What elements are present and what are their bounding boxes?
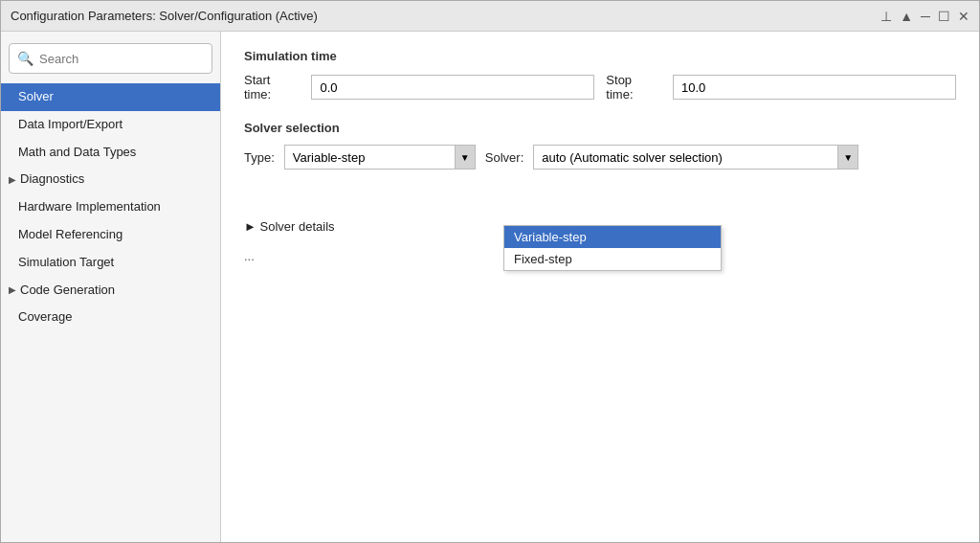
sidebar-item-coverage[interactable]: Coverage	[1, 304, 220, 331]
stop-time-label: Stop time:	[606, 73, 661, 102]
search-input[interactable]	[39, 52, 204, 66]
solver-type-row: Type: ▼ Solver: ▼	[244, 145, 956, 170]
search-icon: 🔍	[17, 51, 33, 66]
window-title: Configuration Parameters: Solver/Configu…	[11, 9, 318, 23]
sidebar-item-label: Coverage	[18, 309, 72, 324]
sidebar-item-label: Data Import/Export	[18, 117, 122, 131]
simulation-time-title: Simulation time	[244, 49, 956, 63]
sidebar-item-code-generation[interactable]: ▶ Code Generation	[1, 277, 220, 305]
solver-selection-title: Solver selection	[244, 121, 956, 135]
solver-selection-section: Solver selection Type: ▼ Solver: ▼ Vari	[244, 121, 956, 234]
sidebar-item-label: Code Generation	[20, 281, 115, 301]
sidebar-item-label: Diagnostics	[20, 170, 84, 190]
type-label: Type:	[244, 150, 275, 165]
type-select-input[interactable]	[284, 145, 476, 170]
maximize-icon[interactable]: ☐	[938, 9, 950, 24]
sidebar-item-math-data-types[interactable]: Math and Data Types	[1, 139, 220, 167]
start-time-input[interactable]	[311, 75, 594, 100]
sidebar-item-label: Hardware Implementation	[18, 199, 161, 214]
content-area: 🔍 Solver Data Import/Export Math and Dat…	[1, 32, 979, 542]
type-dropdown-overlay: Variable-step Fixed-step	[503, 225, 722, 271]
sidebar-item-diagnostics[interactable]: ▶ Diagnostics	[1, 166, 220, 193]
solver-select-input[interactable]	[533, 145, 858, 170]
warning-icon[interactable]: ▲	[900, 9, 913, 24]
sidebar-item-label: Simulation Target	[18, 255, 114, 269]
sidebar-item-data-import-export[interactable]: Data Import/Export	[1, 111, 220, 139]
time-row: Start time: Stop time:	[244, 73, 956, 102]
type-select-dropdown-btn[interactable]: ▼	[455, 145, 476, 170]
sidebar-item-label: Math and Data Types	[18, 145, 136, 159]
start-time-label: Start time:	[244, 73, 300, 102]
sidebar-item-simulation-target[interactable]: Simulation Target	[1, 249, 220, 277]
main-window: Configuration Parameters: Solver/Configu…	[0, 0, 980, 543]
close-icon[interactable]: ✕	[958, 9, 969, 24]
solver-details-label[interactable]: ► Solver details	[244, 219, 335, 234]
search-box[interactable]: 🔍	[9, 43, 212, 74]
sidebar-item-model-referencing[interactable]: Model Referencing	[1, 221, 220, 249]
solver-label: Solver:	[485, 150, 523, 165]
sidebar-item-label: Solver	[18, 89, 54, 103]
dropdown-item-fixed-step[interactable]: Fixed-step	[504, 248, 721, 270]
sidebar-item-label: Model Referencing	[18, 227, 122, 241]
sidebar-item-hardware-implementation[interactable]: Hardware Implementation	[1, 193, 220, 221]
expand-arrow-icon: ▶	[9, 172, 16, 188]
solver-select-dropdown-btn[interactable]: ▼	[837, 145, 858, 170]
window-controls: ⊥ ▲ ─ ☐ ✕	[880, 9, 969, 24]
pin-icon[interactable]: ⊥	[880, 9, 892, 24]
solver-select-wrapper: ▼	[533, 145, 858, 170]
expand-arrow-icon: ▶	[9, 283, 16, 298]
main-panel: Simulation time Start time: Stop time: S…	[221, 32, 979, 542]
simulation-time-section: Simulation time Start time: Stop time:	[244, 49, 956, 102]
dropdown-item-variable-step[interactable]: Variable-step	[504, 226, 721, 248]
type-select-wrapper: ▼	[284, 145, 476, 170]
title-bar: Configuration Parameters: Solver/Configu…	[1, 1, 979, 32]
sidebar-item-solver[interactable]: Solver	[1, 83, 220, 111]
stop-time-input[interactable]	[673, 75, 956, 100]
minimize-icon[interactable]: ─	[921, 9, 930, 24]
sidebar: 🔍 Solver Data Import/Export Math and Dat…	[1, 32, 221, 542]
